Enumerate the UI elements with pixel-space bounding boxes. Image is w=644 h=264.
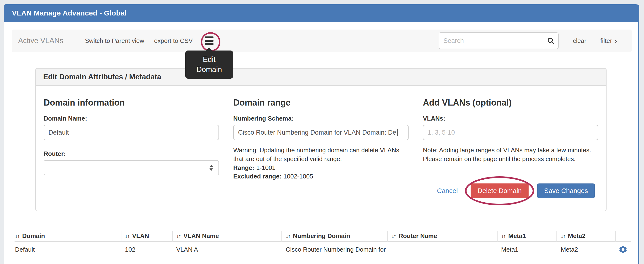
- range-warning-text: Warning: Updating the numbering domain c…: [233, 146, 408, 163]
- range-line: Range:1-1001: [233, 163, 408, 172]
- toolbar: Active VLANs Switch to Parent view expor…: [12, 29, 632, 52]
- column-header-domain[interactable]: ↓↑ Domain: [14, 230, 121, 242]
- edit-domain-tooltip: Edit Domain: [185, 50, 233, 79]
- edit-domain-panel: Edit Domain Attributes / Metadata Domain…: [35, 68, 606, 211]
- save-changes-button[interactable]: Save Changes: [537, 184, 595, 198]
- router-label: Router:: [44, 150, 219, 158]
- domain-range-section: Domain range Numbering Schema: Warning: …: [233, 98, 408, 181]
- panel-actions: Cancel Delete Domain Save Changes: [44, 184, 598, 198]
- range-label: Range:: [233, 164, 254, 171]
- add-vlans-heading: Add VLANs (optional): [423, 98, 598, 108]
- panel-header: Edit Domain Attributes / Metadata: [36, 69, 606, 86]
- column-header-meta2[interactable]: ↓↑ Meta2: [556, 230, 615, 242]
- cell-domain: Default: [14, 246, 121, 253]
- excluded-range-label: Excluded range:: [233, 173, 282, 180]
- sort-icon: ↓↑: [286, 233, 290, 240]
- add-vlans-section: Add VLANs (optional) VLANs: Note: Adding…: [423, 98, 598, 181]
- domain-name-input[interactable]: [44, 125, 219, 140]
- panel-title: Edit Domain Attributes / Metadata: [43, 73, 161, 81]
- delete-domain-button[interactable]: Delete Domain: [470, 184, 528, 198]
- vlans-label: VLANs:: [423, 114, 598, 122]
- page-title: VLAN Manage Advanced - Global: [12, 9, 127, 17]
- sort-icon: ↓↑: [561, 233, 565, 240]
- column-header-numbering-domain[interactable]: ↓↑ Numbering Domain: [282, 230, 387, 242]
- sort-icon: ↓↑: [501, 233, 506, 240]
- cell-router-name: -: [387, 246, 497, 253]
- page: VLAN Manage Advanced - Global Active VLA…: [0, 0, 644, 264]
- excluded-range-value: 1002-1005: [283, 173, 313, 180]
- vlans-input[interactable]: [423, 125, 598, 140]
- row-settings-button[interactable]: [618, 245, 628, 254]
- table-header-row: ↓↑ Domain ↓↑ VLAN ↓↑ VLAN Name ↓↑ Number…: [14, 231, 631, 242]
- sort-icon: ↓↑: [392, 233, 396, 240]
- select-stepper-icon: [210, 165, 213, 171]
- chevron-right-icon: ›: [614, 37, 617, 45]
- cancel-link[interactable]: Cancel: [437, 187, 458, 195]
- tooltip-line-1: Edit: [203, 54, 216, 65]
- sort-icon: ↓↑: [125, 233, 129, 240]
- domain-range-heading: Domain range: [233, 98, 408, 108]
- panel-body: Domain information Domain Name: Router: …: [36, 86, 606, 211]
- filter-link[interactable]: filter ›: [600, 37, 617, 45]
- search-input[interactable]: [439, 33, 543, 49]
- sort-icon: ↓↑: [15, 233, 19, 240]
- hamburger-menu-icon[interactable]: [200, 32, 218, 49]
- excluded-range-line: Excluded range:1002-1005: [233, 172, 408, 181]
- page-title-bar: VLAN Manage Advanced - Global: [4, 4, 638, 22]
- router-select[interactable]: [44, 160, 219, 175]
- tooltip-line-2: Domain: [196, 65, 222, 75]
- filter-label: filter: [600, 37, 612, 44]
- range-value: 1-1001: [256, 164, 276, 171]
- domain-name-label: Domain Name:: [44, 114, 219, 122]
- search-button[interactable]: [543, 33, 558, 49]
- sort-icon: ↓↑: [176, 233, 180, 240]
- column-header-meta1[interactable]: ↓↑ Meta1: [497, 230, 556, 242]
- text-cursor: [397, 129, 398, 136]
- active-vlans-heading: Active VLANs: [18, 36, 64, 45]
- cell-vlan-name: VLAN A: [172, 246, 282, 253]
- export-to-csv-link[interactable]: export to CSV: [154, 37, 193, 44]
- column-header-vlan[interactable]: ↓↑ VLAN: [121, 230, 172, 242]
- gear-icon: [618, 245, 628, 254]
- domain-information-section: Domain information Domain Name: Router:: [44, 98, 219, 181]
- cell-meta2: Meta2: [556, 246, 615, 253]
- numbering-schema-input[interactable]: [233, 125, 408, 140]
- table-row: Default 102 VLAN A Cisco Router Numberin…: [14, 242, 631, 257]
- vlans-table: ↓↑ Domain ↓↑ VLAN ↓↑ VLAN Name ↓↑ Number…: [14, 231, 631, 257]
- column-header-actions: [615, 230, 631, 242]
- switch-to-parent-view-link[interactable]: Switch to Parent view: [85, 37, 144, 44]
- cell-numbering-domain: Cisco Router Numbering Domain for ...: [282, 246, 387, 253]
- hamburger-bar: [205, 36, 214, 38]
- cell-vlan: 102: [121, 246, 172, 253]
- search-icon: [547, 37, 555, 45]
- domain-information-heading: Domain information: [44, 98, 219, 108]
- content-card: VLAN Manage Advanced - Global Active VLA…: [4, 4, 639, 264]
- search-box: [439, 32, 558, 49]
- column-header-router-name[interactable]: ↓↑ Router Name: [387, 230, 497, 242]
- numbering-schema-label: Numbering Schema:: [233, 114, 408, 122]
- column-header-vlan-name[interactable]: ↓↑ VLAN Name: [172, 230, 282, 242]
- cell-meta1: Meta1: [497, 246, 556, 253]
- vlans-note-text: Note: Adding large ranges of VLANs may t…: [423, 146, 598, 163]
- hamburger-bar: [205, 43, 214, 45]
- clear-link[interactable]: clear: [573, 37, 586, 44]
- hamburger-bar: [205, 40, 214, 42]
